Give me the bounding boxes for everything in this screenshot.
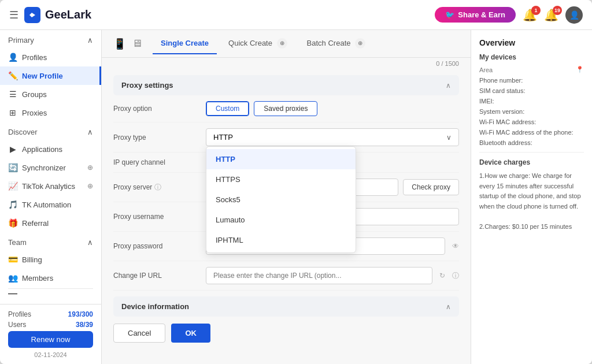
sidebar-item-members-label: Members [22, 274, 53, 283]
sidebar-item-applications[interactable]: ▶ Applications [0, 140, 101, 158]
sidebar-item-members[interactable]: 👥 Members [0, 269, 101, 287]
device-charges-title: Device charges [479, 158, 584, 166]
change-ip-input[interactable] [206, 267, 432, 284]
main-layout: Primary ∧ 👤 Profiles ✏️ New Profile ☰ Gr… [0, 30, 592, 364]
sidebar-item-synchronizer-label: Synchronizer [22, 164, 66, 172]
device-info-section[interactable]: Device information ∧ [113, 296, 459, 317]
sidebar-item-new-profile[interactable]: ✏️ New Profile [0, 66, 101, 85]
notification-badge-2: 19 [553, 6, 562, 15]
tk-automation-icon: 🎵 [8, 200, 17, 209]
bluetooth-label: Bluetooth address: [479, 139, 532, 146]
sidebar-section-discover[interactable]: Discover ∧ [0, 122, 101, 140]
proxy-type-label: Proxy type [113, 133, 206, 142]
team-section-label: Team [8, 238, 27, 247]
dropdown-arrow-icon: ∨ [446, 133, 452, 142]
sidebar-item-proxies[interactable]: ⊞ Proxies [0, 103, 101, 122]
dropdown-item-https[interactable]: HTTPS [206, 169, 356, 190]
proxies-icon: ⊞ [8, 108, 17, 117]
wifi-mac-phone-label: Wi-Fi MAC address of the phone: [479, 129, 574, 136]
share-earn-button[interactable]: 🐦 Share & Earn [435, 7, 516, 23]
proxy-settings-section[interactable]: Proxy settings ∧ [113, 75, 459, 95]
user-avatar[interactable]: 👤 [565, 6, 583, 24]
quick-create-label: Quick Create [228, 38, 272, 47]
sidebar-item-referral-label: Referral [22, 219, 49, 228]
tab-single-create[interactable]: Single Create [153, 33, 217, 54]
wifi-mac-phone-row: Wi-Fi MAC address of the phone: [479, 129, 584, 136]
charge-text-1: 1.How we charge: We charge for every 15 … [479, 171, 584, 211]
proxy-type-dropdown-trigger[interactable]: HTTP ∨ [206, 128, 459, 146]
team-chevron-icon: ∧ [87, 238, 93, 247]
saved-proxies-option-button[interactable]: Saved proxies [254, 101, 317, 116]
primary-chevron-icon: ∧ [87, 36, 93, 44]
sidebar: Primary ∧ 👤 Profiles ✏️ New Profile ☰ Gr… [0, 30, 102, 364]
scroll-indicator: 0 / 1500 [102, 58, 471, 69]
monitor-tab-icon[interactable]: 🖥 [132, 38, 142, 50]
header: ☰ GeeLark 🐦 Share & Earn 🔔 1 🔔 19 👤 [0, 0, 592, 30]
change-ip-input-group: ↻ ⓘ [206, 267, 459, 284]
users-stat-label: Users [8, 321, 26, 329]
profiles-icon: 👤 [8, 53, 17, 62]
form-actions: Cancel OK [113, 317, 459, 343]
device-info-title: Device information [121, 302, 189, 311]
dropdown-item-socks5[interactable]: Socks5 [206, 190, 356, 210]
change-ip-row: Change IP URL ↻ ⓘ [113, 261, 459, 291]
users-stat-value: 38/39 [76, 321, 93, 329]
sidebar-item-billing[interactable]: 💳 Billing [0, 250, 101, 269]
check-proxy-button[interactable]: Check proxy [403, 179, 459, 195]
synchronizer-icon: 🔄 [8, 163, 17, 172]
system-version-label: System version: [479, 108, 524, 115]
tiktok-analytics-icon: 📈 [8, 181, 17, 191]
panel-divider [479, 152, 584, 153]
tab-batch-create[interactable]: Batch Create ⊕ [299, 32, 374, 55]
proxy-username-label: Proxy username [113, 213, 206, 221]
sidebar-item-profiles[interactable]: 👤 Profiles [0, 48, 101, 66]
wifi-mac-label: Wi-Fi MAC address: [479, 118, 536, 125]
sidebar-item-tiktok-label: TikTok Analytics [22, 182, 75, 191]
password-visibility-icon[interactable]: 👁 [452, 242, 459, 250]
discover-section-label: Discover [8, 128, 38, 136]
profiles-stat-label: Profiles [8, 310, 31, 318]
notification-badge-1: 1 [531, 6, 541, 15]
groups-icon: ☰ [8, 90, 17, 99]
phone-tab-icon[interactable]: 📱 [113, 38, 126, 50]
phone-number-row: Phone number: [479, 77, 584, 84]
notification-bell-2[interactable]: 🔔 19 [544, 8, 558, 22]
proxy-settings-toggle-icon: ∧ [446, 81, 451, 90]
refresh-icon[interactable]: ↻ [439, 272, 445, 280]
ok-button[interactable]: OK [171, 324, 210, 343]
panel-overview-title: Overview [479, 38, 584, 47]
referral-icon: 🎁 [8, 218, 17, 228]
sidebar-toggle-icon[interactable]: ☰ [9, 9, 18, 21]
cancel-button[interactable]: Cancel [113, 324, 165, 343]
discover-chevron-icon: ∧ [87, 128, 93, 136]
notification-bell-1[interactable]: 🔔 1 [523, 8, 537, 22]
imei-row: IMEI: [479, 98, 584, 105]
sidebar-item-referral[interactable]: 🎁 Referral [0, 214, 101, 232]
dropdown-item-lumauto[interactable]: Lumauto [206, 210, 356, 230]
sidebar-item-tk-automation[interactable]: 🎵 TK Automation [0, 195, 101, 214]
proxy-option-group: Custom Saved proxies [206, 101, 459, 116]
sidebar-item-proxies-label: Proxies [22, 109, 47, 117]
sidebar-item-groups[interactable]: ☰ Groups [0, 85, 101, 103]
proxy-type-row: Proxy type HTTP ∨ HTTP HTTPS Socks5 [113, 122, 459, 153]
sidebar-section-primary[interactable]: Primary ∧ [0, 30, 101, 48]
change-ip-info-icon: ⓘ [452, 271, 459, 281]
proxy-type-dropdown-menu: HTTP HTTPS Socks5 Lumauto IPHTML [206, 146, 356, 253]
dropdown-item-iphtml[interactable]: IPHTML [206, 230, 356, 250]
profiles-stat: Profiles 193/300 [8, 310, 93, 318]
phone-number-label: Phone number: [479, 77, 523, 84]
renew-button[interactable]: Renew now [8, 331, 93, 348]
tab-quick-create[interactable]: Quick Create ⊕ [220, 32, 295, 55]
quick-create-badge: ⊕ [277, 38, 287, 49]
device-info-toggle-icon: ∧ [446, 303, 451, 311]
sidebar-item-synchronizer[interactable]: 🔄 Synchronizer ⊕ [0, 158, 101, 177]
dropdown-item-http[interactable]: HTTP [206, 149, 356, 169]
custom-option-button[interactable]: Custom [206, 101, 249, 116]
proxy-type-selected-value: HTTP [213, 133, 233, 142]
logo: GeeLark [24, 7, 91, 23]
synchronizer-badge: ⊕ [87, 164, 93, 172]
billing-icon: 💳 [8, 255, 17, 264]
proxy-server-info-icon: ⓘ [154, 183, 161, 192]
sidebar-section-team[interactable]: Team ∧ [0, 232, 101, 250]
sidebar-item-tiktok-analytics[interactable]: 📈 TikTok Analytics ⊕ [0, 177, 101, 195]
